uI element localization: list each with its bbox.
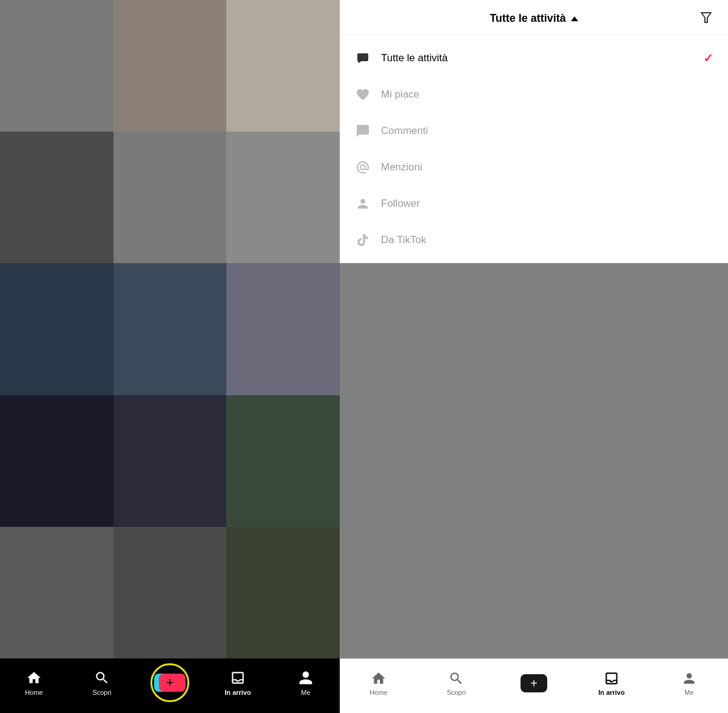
mosaic-cell-12 (226, 395, 340, 527)
nav-in-arrivo-right[interactable]: In arrivo (593, 671, 630, 696)
mosaic-cell-2 (113, 0, 227, 132)
mosaic-cell-10 (0, 395, 113, 527)
plus-button-left[interactable]: + (154, 672, 186, 694)
in-arrivo-label-left: In arrivo (224, 689, 251, 696)
nav-home-left[interactable]: Home (16, 669, 52, 696)
mention-icon (354, 159, 371, 176)
mosaic-cell-14 (113, 527, 227, 658)
me-label-right: Me (684, 689, 693, 696)
inbox-icon-right (604, 671, 619, 686)
bottom-nav-left: Home Scopri + (0, 658, 340, 713)
nav-in-arrivo-left[interactable]: In arrivo (220, 669, 256, 696)
nav-scopri-left[interactable]: Scopri (84, 669, 120, 696)
search-icon-right (448, 671, 464, 686)
menu-item-commenti[interactable]: Commenti (340, 113, 728, 149)
bottom-nav-right: Home Scopri + In arrivo (340, 658, 728, 713)
mosaic-cell-13 (0, 527, 113, 658)
dropdown-sheet: Tutte le attività Tutte le (340, 0, 728, 263)
mosaic-background (0, 0, 340, 658)
svg-rect-1 (357, 53, 368, 61)
plus-symbol-right: + (530, 677, 538, 689)
home-label-right: Home (369, 689, 387, 696)
scopri-label-left: Scopri (92, 689, 111, 696)
menu-label-menzioni: Menzioni (381, 161, 713, 173)
home-label-left: Home (25, 689, 42, 696)
left-panel: Home Scopri + (0, 0, 340, 713)
dropdown-title[interactable]: Tutte le attività (490, 12, 578, 25)
mosaic-cell-11 (113, 395, 227, 527)
menu-item-menzioni[interactable]: Menzioni (340, 149, 728, 186)
chevron-up-icon (571, 16, 578, 21)
mosaic-cell-9 (226, 263, 340, 395)
menu-label-mipiace: Mi piace (381, 89, 713, 101)
heart-icon (354, 86, 371, 103)
gray-overlay (340, 263, 728, 658)
home-icon-left (25, 669, 42, 686)
plus-symbol-left: + (166, 676, 174, 689)
menu-item-follower[interactable]: Follower (340, 186, 728, 222)
mosaic-cell-1 (0, 0, 113, 132)
home-icon-right (371, 671, 386, 686)
plus-button-right[interactable]: + (521, 674, 547, 692)
menu-item-mipiace[interactable]: Mi piace (340, 76, 728, 113)
nav-home-right[interactable]: Home (360, 671, 397, 696)
mosaic-cell-4 (0, 132, 113, 263)
dropdown-items: Tutte le attività ✓ Mi piace (340, 35, 728, 263)
mosaic-cell-7 (0, 263, 113, 395)
chat-icon (354, 50, 371, 67)
tiktok-icon (354, 232, 371, 249)
scopri-label-right: Scopri (447, 689, 465, 696)
menu-item-tutte[interactable]: Tutte le attività ✓ (340, 40, 728, 76)
nav-me-left[interactable]: Me (288, 669, 324, 696)
menu-label-follower: Follower (381, 198, 713, 210)
nav-plus-right[interactable]: + (516, 674, 552, 692)
menu-label-tutte: Tutte le attività (381, 52, 693, 64)
inbox-icon-left (229, 669, 246, 686)
mosaic-cell-15 (226, 527, 340, 658)
dropdown-title-text: Tutte le attività (490, 12, 566, 25)
nav-scopri-right[interactable]: Scopri (438, 671, 474, 696)
mosaic-cell-6 (226, 132, 340, 263)
menu-label-datiktok: Da TikTok (381, 234, 713, 246)
mosaic-cell-3 (226, 0, 340, 132)
nav-me-right[interactable]: Me (671, 671, 707, 696)
menu-label-commenti: Commenti (381, 125, 713, 137)
person-icon-right (681, 671, 697, 686)
dropdown-header: Tutte le attività (340, 0, 728, 35)
person-icon-left (297, 669, 314, 686)
menu-item-datiktok[interactable]: Da TikTok (340, 222, 728, 258)
svg-marker-0 (701, 13, 711, 22)
plus-inner-left: + (157, 674, 183, 692)
mosaic-cell-5 (113, 132, 227, 263)
check-mark-active: ✓ (703, 51, 713, 65)
nav-plus-left[interactable]: + (152, 672, 188, 694)
in-arrivo-label-right: In arrivo (598, 689, 624, 696)
comment-icon (354, 122, 371, 139)
search-icon-left (93, 669, 110, 686)
follower-person-icon (354, 195, 371, 212)
right-panel: Tutte le attività Tutte le (340, 0, 728, 713)
filter-icon[interactable] (699, 10, 713, 25)
mosaic-cell-8 (113, 263, 227, 395)
me-label-left: Me (301, 689, 310, 696)
